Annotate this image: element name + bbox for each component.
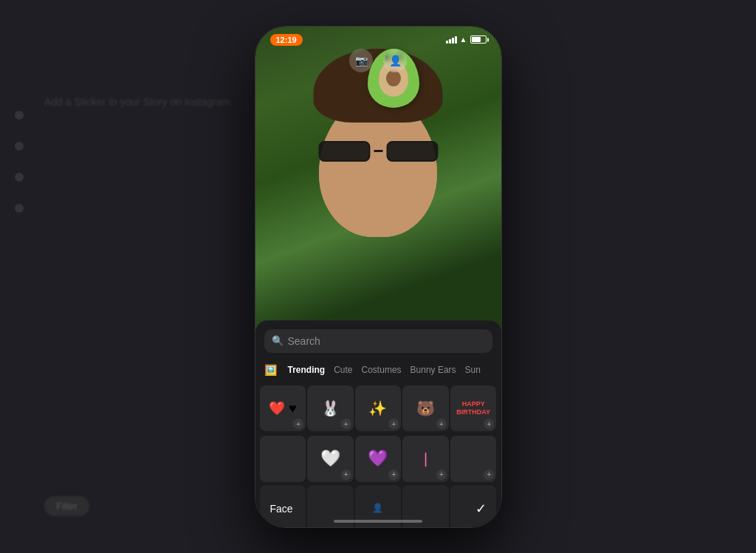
phone-frame: 12:19 ▲ 📷 👤 <box>255 26 502 528</box>
sticker-bear[interactable]: 🐻 + <box>402 385 449 432</box>
stars-emoji: ✨ <box>368 399 387 417</box>
status-icons: ▲ <box>446 35 487 44</box>
pink-line-plus: + <box>436 470 447 480</box>
glasses-lens-left <box>318 141 370 162</box>
camera-flip-button[interactable]: 📷 <box>349 49 373 72</box>
bg-circle-1 <box>15 111 24 120</box>
glasses-bridge <box>374 150 382 152</box>
bg-decorations <box>15 111 24 213</box>
status-time: 12:19 <box>270 34 303 46</box>
tab-sun[interactable]: Sun <box>465 363 481 377</box>
tab-cute[interactable]: Cute <box>334 363 352 377</box>
check-button[interactable]: ✓ <box>475 501 487 517</box>
rabbit-plus: + <box>341 419 351 429</box>
empty2-plus: + <box>484 470 494 480</box>
heart-blue-plus: + <box>388 470 399 480</box>
rabbit-emoji: 🐰 <box>321 399 340 417</box>
search-bar[interactable]: 🔍 Search <box>264 329 492 353</box>
wifi-icon: ▲ <box>460 35 467 44</box>
sticker-rabbit[interactable]: 🐰 + <box>307 385 354 432</box>
sticker-stars[interactable]: ✨ + <box>355 385 402 432</box>
battery-icon <box>470 35 487 44</box>
stars-plus: + <box>388 419 399 429</box>
sticker-grid-row2: 🤍 + 💜 + | + + <box>255 436 501 485</box>
sticker-heart-outline[interactable]: 🤍 + <box>307 436 354 482</box>
signal-bar-4 <box>455 36 457 44</box>
sticker-picker-panel: 🔍 Search 🖼️ Trending Cute Costumes Bunny… <box>255 320 501 527</box>
person-sunglasses <box>314 141 443 167</box>
search-placeholder: Search <box>288 335 320 347</box>
sticker-pink-line[interactable]: | + <box>402 436 449 482</box>
sticker-grid-row1: ❤️ ♥ + 🐰 + ✨ + 🐻 + HAPPYBIRTHDAY + <box>255 381 501 436</box>
camera-view: 📷 👤 <box>255 27 501 333</box>
sticker-birthday[interactable]: HAPPYBIRTHDAY + <box>450 385 497 432</box>
bear-emoji: 🐻 <box>416 399 435 417</box>
hearts-emoji: ❤️ ♥ <box>269 400 297 416</box>
camera-controls: 📷 👤 <box>255 49 501 72</box>
camera-person-button[interactable]: 👤 <box>383 49 407 72</box>
category-tabs: 🖼️ Trending Cute Costumes Bunny Ears Sun <box>255 359 501 381</box>
bg-text: Add a Sticker to your Story on Instagram <box>44 96 230 108</box>
pink-line-emoji: | <box>424 450 427 467</box>
hearts-plus: + <box>293 419 303 429</box>
sticker-hearts[interactable]: ❤️ ♥ + <box>260 385 306 432</box>
sticker-bottom-bar: Face ✓ <box>255 496 501 521</box>
battery-fill <box>472 37 481 42</box>
search-icon: 🔍 <box>272 335 284 346</box>
tab-costumes[interactable]: Costumes <box>362 363 402 377</box>
bg-circle-2 <box>15 142 24 151</box>
sticker-heart-blue[interactable]: 💜 + <box>355 436 402 482</box>
bear-plus: + <box>436 419 447 429</box>
signal-bar-3 <box>452 38 454 44</box>
status-bar: 12:19 ▲ <box>255 27 501 49</box>
birthday-plus: + <box>484 419 494 429</box>
sticker-category-icon[interactable]: 🖼️ <box>263 362 279 378</box>
tab-trending[interactable]: Trending <box>288 363 326 377</box>
home-indicator <box>334 520 422 523</box>
bg-filter-button: Filter <box>44 496 89 516</box>
heart-blue-emoji: 💜 <box>368 449 388 468</box>
sticker-empty2[interactable]: + <box>450 436 497 482</box>
bg-circle-3 <box>15 173 24 182</box>
sticker-empty1[interactable] <box>260 436 306 482</box>
bg-circle-4 <box>15 204 24 213</box>
heart-outline-plus: + <box>341 470 351 480</box>
avocado-seed <box>386 70 401 86</box>
heart-outline-emoji: 🤍 <box>320 449 340 468</box>
glasses-frame <box>314 141 443 162</box>
signal-bars <box>446 36 457 44</box>
face-label: Face <box>270 503 293 515</box>
signal-bar-2 <box>449 39 451 44</box>
tab-bunny-ears[interactable]: Bunny Ears <box>410 363 456 377</box>
signal-bar-1 <box>446 41 448 44</box>
glasses-lens-right <box>386 141 438 162</box>
birthday-text: HAPPYBIRTHDAY <box>456 400 490 416</box>
